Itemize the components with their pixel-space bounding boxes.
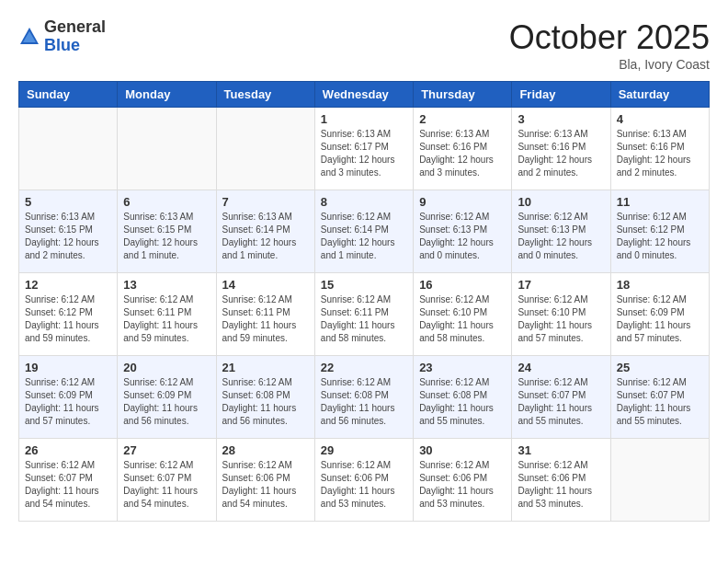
day-number: 21 — [222, 361, 309, 374]
calendar-cell: 20Sunrise: 6:12 AM Sunset: 6:09 PM Dayli… — [118, 356, 216, 439]
day-number: 26 — [25, 443, 111, 457]
calendar-row: 5Sunrise: 6:13 AM Sunset: 6:15 PM Daylig… — [19, 190, 710, 273]
day-info: Sunrise: 6:12 AM Sunset: 6:07 PM Dayligh… — [25, 459, 111, 511]
day-number: 28 — [222, 443, 309, 457]
day-info: Sunrise: 6:12 AM Sunset: 6:11 PM Dayligh… — [222, 293, 309, 345]
weekday-header: Saturday — [610, 82, 709, 108]
day-number: 7 — [222, 195, 309, 209]
calendar-cell — [610, 439, 709, 522]
page-header: General Blue October 2025 Bla, Ivory Coa… — [18, 18, 710, 72]
day-number: 24 — [518, 361, 604, 374]
calendar-cell — [216, 108, 314, 190]
day-info: Sunrise: 6:13 AM Sunset: 6:16 PM Dayligh… — [518, 128, 604, 179]
calendar-cell: 22Sunrise: 6:12 AM Sunset: 6:08 PM Dayli… — [314, 356, 413, 439]
day-number: 15 — [321, 278, 407, 292]
day-number: 13 — [123, 278, 210, 292]
calendar-cell: 1Sunrise: 6:13 AM Sunset: 6:17 PM Daylig… — [314, 108, 413, 190]
calendar-header-row: SundayMondayTuesdayWednesdayThursdayFrid… — [19, 82, 710, 108]
day-number: 31 — [518, 443, 604, 457]
calendar-cell: 27Sunrise: 6:12 AM Sunset: 6:07 PM Dayli… — [118, 439, 216, 522]
day-info: Sunrise: 6:13 AM Sunset: 6:16 PM Dayligh… — [617, 128, 703, 179]
day-info: Sunrise: 6:12 AM Sunset: 6:08 PM Dayligh… — [222, 376, 309, 428]
day-info: Sunrise: 6:12 AM Sunset: 6:10 PM Dayligh… — [518, 293, 604, 345]
calendar-cell: 15Sunrise: 6:12 AM Sunset: 6:11 PM Dayli… — [314, 273, 413, 356]
calendar-cell: 25Sunrise: 6:12 AM Sunset: 6:07 PM Dayli… — [610, 356, 709, 439]
day-number: 8 — [321, 195, 407, 209]
calendar-cell: 2Sunrise: 6:13 AM Sunset: 6:16 PM Daylig… — [414, 108, 512, 190]
calendar-cell: 3Sunrise: 6:13 AM Sunset: 6:16 PM Daylig… — [512, 108, 610, 190]
day-info: Sunrise: 6:12 AM Sunset: 6:14 PM Dayligh… — [321, 211, 407, 262]
day-info: Sunrise: 6:12 AM Sunset: 6:12 PM Dayligh… — [617, 211, 703, 262]
calendar-cell — [118, 108, 216, 190]
day-info: Sunrise: 6:12 AM Sunset: 6:06 PM Dayligh… — [518, 459, 604, 511]
calendar-cell: 7Sunrise: 6:13 AM Sunset: 6:14 PM Daylig… — [216, 190, 314, 273]
day-number: 1 — [321, 112, 407, 126]
day-info: Sunrise: 6:12 AM Sunset: 6:09 PM Dayligh… — [25, 376, 111, 428]
weekday-header: Wednesday — [314, 82, 413, 108]
day-info: Sunrise: 6:13 AM Sunset: 6:15 PM Dayligh… — [123, 211, 210, 262]
calendar-cell: 24Sunrise: 6:12 AM Sunset: 6:07 PM Dayli… — [512, 356, 610, 439]
day-info: Sunrise: 6:12 AM Sunset: 6:13 PM Dayligh… — [419, 211, 506, 262]
calendar-cell: 19Sunrise: 6:12 AM Sunset: 6:09 PM Dayli… — [19, 356, 118, 439]
logo-icon — [18, 26, 40, 48]
day-info: Sunrise: 6:12 AM Sunset: 6:13 PM Dayligh… — [518, 211, 604, 262]
day-info: Sunrise: 6:12 AM Sunset: 6:08 PM Dayligh… — [321, 376, 407, 428]
calendar-cell: 16Sunrise: 6:12 AM Sunset: 6:10 PM Dayli… — [414, 273, 512, 356]
day-number: 3 — [518, 112, 604, 126]
calendar-cell: 30Sunrise: 6:12 AM Sunset: 6:06 PM Dayli… — [414, 439, 512, 522]
calendar-cell: 28Sunrise: 6:12 AM Sunset: 6:06 PM Dayli… — [216, 439, 314, 522]
calendar-cell — [19, 108, 118, 190]
day-number: 9 — [419, 195, 506, 209]
calendar-cell: 17Sunrise: 6:12 AM Sunset: 6:10 PM Dayli… — [512, 273, 610, 356]
day-number: 22 — [321, 361, 407, 374]
weekday-header: Friday — [512, 82, 610, 108]
logo: General Blue — [18, 18, 106, 55]
weekday-header: Tuesday — [216, 82, 314, 108]
day-number: 6 — [123, 195, 210, 209]
day-number: 17 — [518, 278, 604, 292]
day-number: 14 — [222, 278, 309, 292]
month-title: October 2025 — [509, 18, 710, 57]
day-info: Sunrise: 6:13 AM Sunset: 6:16 PM Dayligh… — [419, 128, 506, 179]
calendar-cell: 6Sunrise: 6:13 AM Sunset: 6:15 PM Daylig… — [118, 190, 216, 273]
calendar-cell: 10Sunrise: 6:12 AM Sunset: 6:13 PM Dayli… — [512, 190, 610, 273]
day-info: Sunrise: 6:12 AM Sunset: 6:09 PM Dayligh… — [617, 293, 703, 345]
day-info: Sunrise: 6:12 AM Sunset: 6:06 PM Dayligh… — [222, 459, 309, 511]
day-info: Sunrise: 6:12 AM Sunset: 6:08 PM Dayligh… — [419, 376, 506, 428]
calendar-row: 26Sunrise: 6:12 AM Sunset: 6:07 PM Dayli… — [19, 439, 710, 522]
day-info: Sunrise: 6:12 AM Sunset: 6:07 PM Dayligh… — [518, 376, 604, 428]
calendar-cell: 13Sunrise: 6:12 AM Sunset: 6:11 PM Dayli… — [118, 273, 216, 356]
calendar-cell: 8Sunrise: 6:12 AM Sunset: 6:14 PM Daylig… — [314, 190, 413, 273]
weekday-header: Sunday — [19, 82, 118, 108]
logo-blue-text: Blue — [44, 37, 106, 55]
day-number: 12 — [25, 278, 111, 292]
day-number: 19 — [25, 361, 111, 374]
calendar-cell: 23Sunrise: 6:12 AM Sunset: 6:08 PM Dayli… — [414, 356, 512, 439]
day-number: 23 — [419, 361, 506, 374]
day-number: 11 — [617, 195, 703, 209]
calendar-row: 12Sunrise: 6:12 AM Sunset: 6:12 PM Dayli… — [19, 273, 710, 356]
day-info: Sunrise: 6:12 AM Sunset: 6:10 PM Dayligh… — [419, 293, 506, 345]
day-number: 16 — [419, 278, 506, 292]
day-number: 20 — [123, 361, 210, 374]
day-info: Sunrise: 6:12 AM Sunset: 6:06 PM Dayligh… — [321, 459, 407, 511]
day-number: 27 — [123, 443, 210, 457]
day-info: Sunrise: 6:12 AM Sunset: 6:06 PM Dayligh… — [419, 459, 506, 511]
calendar-cell: 26Sunrise: 6:12 AM Sunset: 6:07 PM Dayli… — [19, 439, 118, 522]
day-info: Sunrise: 6:12 AM Sunset: 6:07 PM Dayligh… — [617, 376, 703, 428]
weekday-header: Thursday — [414, 82, 512, 108]
calendar-cell: 4Sunrise: 6:13 AM Sunset: 6:16 PM Daylig… — [610, 108, 709, 190]
logo-general-text: General — [44, 18, 106, 37]
day-info: Sunrise: 6:13 AM Sunset: 6:15 PM Dayligh… — [25, 211, 111, 262]
day-info: Sunrise: 6:12 AM Sunset: 6:11 PM Dayligh… — [123, 293, 210, 345]
day-number: 30 — [419, 443, 506, 457]
day-number: 2 — [419, 112, 506, 126]
calendar-cell: 11Sunrise: 6:12 AM Sunset: 6:12 PM Dayli… — [610, 190, 709, 273]
title-area: October 2025 Bla, Ivory Coast — [509, 18, 710, 72]
calendar-row: 19Sunrise: 6:12 AM Sunset: 6:09 PM Dayli… — [19, 356, 710, 439]
calendar-cell: 12Sunrise: 6:12 AM Sunset: 6:12 PM Dayli… — [19, 273, 118, 356]
calendar-cell: 31Sunrise: 6:12 AM Sunset: 6:06 PM Dayli… — [512, 439, 610, 522]
logo-text: General Blue — [44, 18, 106, 55]
day-number: 29 — [321, 443, 407, 457]
calendar-table: SundayMondayTuesdayWednesdayThursdayFrid… — [18, 81, 710, 522]
